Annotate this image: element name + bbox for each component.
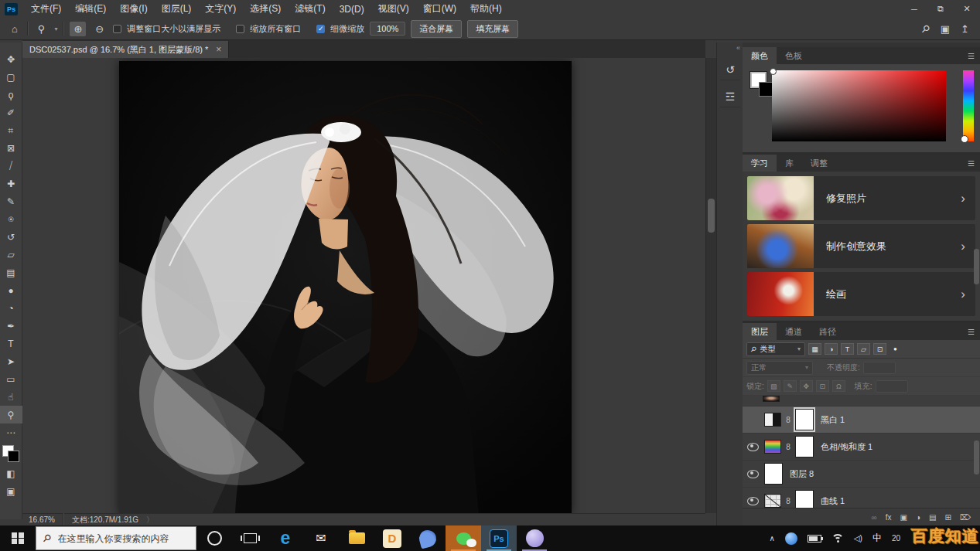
quick-selection-tool[interactable]: ✐ bbox=[0, 104, 22, 121]
background-color-swatch[interactable] bbox=[8, 451, 19, 462]
blend-mode-dropdown[interactable]: 正常 ▾ bbox=[746, 361, 813, 375]
wechat-button[interactable] bbox=[446, 525, 481, 551]
tab-paths[interactable]: 路径 bbox=[811, 323, 845, 340]
scrollbar-thumb[interactable] bbox=[974, 249, 979, 284]
layer-row-curves[interactable]: 8 曲线 1 bbox=[743, 488, 980, 508]
layer-name[interactable]: 黑白 1 bbox=[821, 414, 845, 426]
filter-smart-objects-icon[interactable]: ⊡ bbox=[873, 343, 886, 355]
opacity-field[interactable] bbox=[863, 362, 896, 374]
crop-tool[interactable]: ⌗ bbox=[0, 121, 22, 139]
panel-menu-icon[interactable]: ☰ bbox=[968, 52, 980, 60]
layer-row-huesat[interactable]: 8 色相/饱和度 1 bbox=[743, 434, 980, 461]
canvas-image[interactable] bbox=[119, 61, 572, 513]
link-layers-icon[interactable]: ∞ bbox=[872, 513, 877, 522]
taskbar-search-box[interactable]: ⚲ bbox=[36, 526, 196, 550]
saturation-brightness-field[interactable] bbox=[772, 70, 946, 141]
scrubby-zoom-checkbox[interactable]: ✓ bbox=[316, 25, 325, 33]
resize-windows-checkbox[interactable] bbox=[113, 25, 121, 33]
panel-menu-icon[interactable]: ☰ bbox=[968, 328, 980, 336]
cortana-button[interactable] bbox=[196, 525, 232, 551]
layer-name[interactable]: 图层 8 bbox=[790, 468, 814, 480]
wifi-icon[interactable] bbox=[831, 534, 844, 542]
learn-card-creative-effects[interactable]: 制作创意效果 › bbox=[747, 224, 975, 268]
marquee-tool[interactable]: ▢ bbox=[0, 68, 22, 86]
scrollbar-thumb[interactable] bbox=[708, 199, 715, 233]
lasso-tool[interactable]: ϙ bbox=[0, 86, 22, 104]
lock-position-icon[interactable]: ✥ bbox=[800, 380, 813, 392]
home-icon[interactable]: ⌂ bbox=[8, 22, 22, 36]
layer-name[interactable]: 曲线 1 bbox=[821, 495, 845, 507]
edge-button[interactable]: e bbox=[268, 525, 303, 551]
layer-styles-icon[interactable]: fx bbox=[886, 513, 892, 522]
blur-tool[interactable]: ● bbox=[0, 281, 22, 299]
fit-screen-button[interactable]: 适合屏幕 bbox=[411, 20, 462, 38]
filter-adjustment-layers-icon[interactable]: ◑ bbox=[825, 343, 838, 355]
canvas-vertical-scrollbar[interactable] bbox=[705, 58, 717, 513]
history-panel-icon[interactable]: ↺ bbox=[720, 60, 740, 80]
blackwhite-adjustment-icon[interactable] bbox=[764, 413, 781, 427]
new-adjustment-icon[interactable]: ◑ bbox=[916, 513, 920, 522]
volume-icon[interactable]: ◁) bbox=[854, 534, 862, 542]
filter-toggle-icon[interactable]: ● bbox=[893, 345, 897, 352]
dodge-tool[interactable]: ◔ bbox=[0, 299, 22, 317]
workspace-icon[interactable]: ▣ bbox=[941, 23, 950, 35]
zoom-percent-field[interactable]: 100% bbox=[370, 22, 405, 36]
minimize-icon[interactable]: ─ bbox=[901, 0, 927, 18]
tab-color[interactable]: 颜色 bbox=[743, 47, 777, 64]
lock-artboard-icon[interactable]: ⊡ bbox=[816, 380, 829, 392]
move-tool[interactable]: ✥ bbox=[0, 50, 22, 68]
close-icon[interactable]: ✕ bbox=[954, 0, 980, 18]
pen-tool[interactable]: ✒ bbox=[0, 317, 22, 335]
layer-filter-type-dropdown[interactable]: ⚲ 类型 ▾ bbox=[746, 342, 805, 356]
tab-swatches[interactable]: 色板 bbox=[777, 47, 811, 64]
restore-icon[interactable]: ⧉ bbox=[927, 0, 954, 18]
share-icon[interactable]: ↥ bbox=[961, 23, 969, 35]
layer-row-image[interactable]: 图层 8 bbox=[743, 461, 980, 488]
layer-name[interactable]: 色相/饱和度 1 bbox=[821, 441, 872, 453]
visibility-toggle[interactable] bbox=[745, 497, 760, 505]
properties-panel-icon[interactable]: ☲ bbox=[720, 87, 740, 107]
type-tool[interactable]: T bbox=[0, 335, 22, 352]
fill-screen-button[interactable]: 填充屏幕 bbox=[467, 20, 518, 38]
lock-transparent-icon[interactable]: ▨ bbox=[767, 380, 780, 392]
zoom-out-button[interactable]: ⊖ bbox=[91, 22, 108, 36]
foreground-background-swatches[interactable] bbox=[2, 445, 19, 462]
color-field-marker[interactable] bbox=[770, 68, 777, 75]
tab-libraries[interactable]: 库 bbox=[777, 155, 802, 172]
zoom-tool[interactable]: ⚲ bbox=[0, 406, 22, 423]
mask-link-icon[interactable]: 8 bbox=[785, 497, 791, 505]
tray-app-icon[interactable] bbox=[785, 532, 797, 545]
mask-link-icon[interactable]: 8 bbox=[785, 416, 791, 424]
scrollbar-thumb[interactable] bbox=[974, 440, 979, 474]
history-brush-tool[interactable]: ↺ bbox=[0, 228, 22, 246]
mail-button[interactable]: ✉ bbox=[303, 525, 339, 551]
delete-layer-icon[interactable]: ⌦ bbox=[960, 513, 971, 522]
ime-indicator[interactable]: 中 bbox=[872, 532, 882, 545]
filter-pixel-layers-icon[interactable]: ▦ bbox=[808, 343, 821, 355]
menu-help[interactable]: 帮助(H) bbox=[463, 0, 509, 18]
task-view-button[interactable] bbox=[232, 525, 268, 551]
panel-menu-icon[interactable]: ☰ bbox=[968, 159, 980, 168]
status-chevron-icon[interactable]: 〉 bbox=[146, 515, 154, 525]
layer-row-partial[interactable] bbox=[743, 396, 980, 406]
learn-card-painting[interactable]: 绘画 › bbox=[747, 272, 975, 316]
brush-tool[interactable]: ✎ bbox=[0, 192, 22, 210]
tab-learn[interactable]: 学习 bbox=[743, 155, 777, 172]
visibility-toggle[interactable] bbox=[745, 470, 760, 478]
start-button[interactable] bbox=[0, 525, 36, 551]
menu-view[interactable]: 视图(V) bbox=[371, 0, 416, 18]
zoom-tool-icon[interactable]: ⚲ bbox=[34, 22, 50, 36]
tab-channels[interactable]: 通道 bbox=[777, 323, 811, 340]
hand-tool[interactable]: ☝ bbox=[0, 388, 22, 406]
visibility-toggle[interactable] bbox=[745, 443, 760, 451]
layer-mask-thumbnail[interactable] bbox=[795, 409, 814, 430]
chevron-down-icon[interactable]: ▾ bbox=[54, 26, 57, 32]
eyedropper-tool[interactable]: ⧸ bbox=[0, 157, 22, 175]
curves-adjustment-icon[interactable] bbox=[764, 494, 781, 508]
photoshop-taskbar-button[interactable]: Ps bbox=[481, 525, 517, 551]
tab-layers[interactable]: 图层 bbox=[743, 323, 777, 340]
tab-close-icon[interactable]: × bbox=[216, 44, 221, 55]
menu-select[interactable]: 选择(S) bbox=[243, 0, 288, 18]
fill-field[interactable] bbox=[876, 380, 908, 393]
gradient-tool[interactable]: ▤ bbox=[0, 264, 22, 281]
